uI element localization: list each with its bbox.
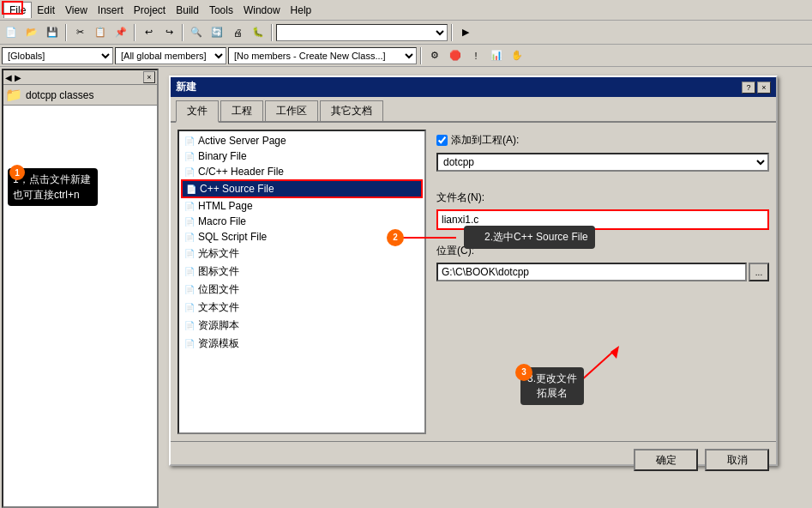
find-btn[interactable]: 🔍 xyxy=(187,23,206,42)
browse-btn[interactable]: ... xyxy=(749,263,769,281)
list-item-icon[interactable]: 📄 图标文件 xyxy=(181,263,423,281)
new-dialog[interactable]: 新建 ? × 文件 工程 工作区 其它文档 📄 Active xyxy=(169,76,778,466)
sql-icon: 📄 xyxy=(184,233,195,242)
dialog-title: 新建 xyxy=(176,80,196,94)
ref-btn[interactable]: ! xyxy=(466,46,485,65)
panel-content xyxy=(3,106,157,109)
rct-icon: 📄 xyxy=(184,339,195,348)
list-item-asp[interactable]: 📄 Active Server Page xyxy=(181,133,423,148)
step1-circle: 1 xyxy=(9,165,25,180)
project-select[interactable]: dotcpp xyxy=(436,153,769,172)
open-btn[interactable]: 📂 xyxy=(22,23,41,42)
asp-icon: 📄 xyxy=(184,136,195,146)
step1-text: 1，点击文件新建也可直接ctrl+n xyxy=(13,173,91,201)
filename-label: 文件名(N): xyxy=(436,190,769,205)
menu-file[interactable]: File xyxy=(3,2,32,18)
text-icon: 📄 xyxy=(184,303,195,312)
list-item-bitmap-label: 位图文件 xyxy=(198,282,239,297)
dbg2-btn[interactable]: 📊 xyxy=(487,46,506,65)
cancel-btn[interactable]: 取消 xyxy=(705,449,769,471)
debug-btn[interactable]: 🐛 xyxy=(249,23,268,42)
rc-icon: 📄 xyxy=(184,321,195,330)
location-input[interactable] xyxy=(436,263,747,281)
config-dropdown[interactable] xyxy=(276,24,448,41)
menu-view[interactable]: View xyxy=(60,3,93,18)
stop-btn[interactable]: 🛑 xyxy=(446,46,465,65)
menu-help[interactable]: Help xyxy=(286,3,317,18)
tab-other[interactable]: 其它文档 xyxy=(320,100,383,121)
save-btn[interactable]: 💾 xyxy=(43,23,62,42)
folder-icon: 📁 xyxy=(5,87,22,103)
dialog-controls: ? × xyxy=(742,82,771,94)
cursor-icon: 📄 xyxy=(184,249,195,258)
dialog-help-btn[interactable]: ? xyxy=(742,82,755,94)
list-item-bin[interactable]: 📄 Binary File xyxy=(181,148,423,164)
list-item-cursor[interactable]: 📄 光标文件 xyxy=(181,245,423,263)
panel-header-btns: × xyxy=(143,71,155,83)
dialog-close-btn[interactable]: × xyxy=(757,82,771,94)
dialog-tabs: 文件 工程 工作区 其它文档 xyxy=(171,97,776,123)
globals-dropdown[interactable]: [Globals] xyxy=(2,47,113,64)
tab-workspace[interactable]: 工作区 xyxy=(265,100,318,121)
location-row: ... xyxy=(436,263,769,281)
sep4 xyxy=(271,24,273,41)
menu-edit[interactable]: Edit xyxy=(32,3,60,18)
list-item-bin-label: Binary File xyxy=(198,150,247,162)
run-btn[interactable]: ▶ xyxy=(456,23,475,42)
panel-header: ◀ ▶ × xyxy=(3,70,157,85)
class-dropdown[interactable]: [No members - Create New Class...] xyxy=(228,47,417,64)
new-btn[interactable]: 📄 xyxy=(2,23,21,42)
filename-input[interactable] xyxy=(436,209,769,230)
menu-tools[interactable]: Tools xyxy=(204,3,238,18)
add-to-project-checkbox[interactable] xyxy=(436,135,448,146)
content-area: 新建 ? × 文件 工程 工作区 其它文档 📄 Active xyxy=(160,67,812,508)
list-item-html[interactable]: 📄 HTML Page xyxy=(181,198,423,214)
list-item-rct[interactable]: 📄 资源模板 xyxy=(181,335,423,353)
list-item-sql[interactable]: 📄 SQL Script File xyxy=(181,229,423,245)
list-item-bitmap[interactable]: 📄 位图文件 xyxy=(181,281,423,299)
cut-btn[interactable]: ✂ xyxy=(70,23,89,42)
sep3 xyxy=(182,24,183,41)
menu-build[interactable]: Build xyxy=(171,3,204,18)
list-item-text[interactable]: 📄 文本文件 xyxy=(181,299,423,317)
list-item-cpp[interactable]: 📄 C++ Source File xyxy=(181,179,423,198)
menu-insert[interactable]: Insert xyxy=(93,3,129,18)
panel-title: dotcpp classes xyxy=(26,89,93,101)
ok-btn[interactable]: 确定 xyxy=(634,449,698,471)
undo-btn[interactable]: ↩ xyxy=(139,23,158,42)
members-dropdown[interactable]: [All global members] xyxy=(115,47,226,64)
location-section: 位置(C): ... xyxy=(436,244,769,281)
paste-btn[interactable]: 📌 xyxy=(111,23,130,42)
replace-btn[interactable]: 🔄 xyxy=(208,23,226,42)
list-item-icon-label: 图标文件 xyxy=(198,264,239,279)
list-item-cursor-label: 光标文件 xyxy=(198,246,239,261)
copy-btn[interactable]: 📋 xyxy=(91,23,110,42)
list-item-macro[interactable]: 📄 Macro File xyxy=(181,214,423,229)
hand-btn[interactable]: ✋ xyxy=(508,46,526,65)
menu-window[interactable]: Window xyxy=(238,3,286,18)
dialog-buttons: 确定 取消 xyxy=(171,441,776,478)
list-item-rc[interactable]: 📄 资源脚本 xyxy=(181,317,423,335)
file-list[interactable]: 📄 Active Server Page 📄 Binary File 📄 C/C… xyxy=(177,130,426,434)
panel-close-btn[interactable]: × xyxy=(143,71,155,83)
sep5 xyxy=(451,24,453,41)
list-item-hdr[interactable]: 📄 C/C++ Header File xyxy=(181,164,423,179)
menu-project[interactable]: Project xyxy=(129,3,171,18)
list-item-macro-label: Macro File xyxy=(198,215,246,227)
filename-section: 文件名(N): xyxy=(436,190,769,230)
build-btn[interactable]: ⚙ xyxy=(425,46,444,65)
print-btn[interactable]: 🖨 xyxy=(228,23,247,42)
redo-btn[interactable]: ↪ xyxy=(159,23,178,42)
secondary-toolbar: [Globals] [All global members] [No membe… xyxy=(0,45,812,67)
dialog-right-panel: 添加到工程(A): dotcpp 文件名(N): xyxy=(436,130,769,434)
step1-container: 1 1，点击文件新建也可直接ctrl+n xyxy=(8,165,98,206)
add-to-project-label[interactable]: 添加到工程(A): xyxy=(451,133,519,148)
list-item-asp-label: Active Server Page xyxy=(198,135,286,147)
tab-file[interactable]: 文件 xyxy=(176,100,219,123)
sep1 xyxy=(65,24,67,41)
sep2 xyxy=(134,24,135,41)
icon-icon: 📄 xyxy=(184,267,195,276)
tab-project[interactable]: 工程 xyxy=(220,100,263,121)
list-item-cpp-label: C++ Source File xyxy=(200,183,274,195)
list-item-text-label: 文本文件 xyxy=(198,300,239,315)
